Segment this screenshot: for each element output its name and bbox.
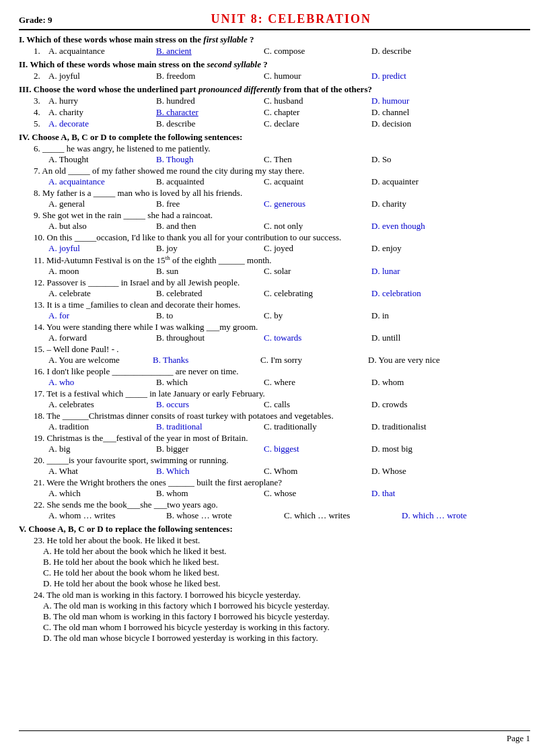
q21-text: 21. Were the Wright brothers the ones __… bbox=[34, 477, 530, 488]
q8-options: A. general B. free C. generous D. charit… bbox=[34, 199, 530, 209]
q11-A: A. moon bbox=[48, 266, 156, 277]
q1-options: 1. A. acquaintance B. ancient C. compose… bbox=[34, 46, 530, 57]
q24-C: C. The old man whom I borrowed his bicyc… bbox=[43, 622, 530, 633]
q11-B: B. sun bbox=[156, 266, 264, 277]
q23-text: 23. He told her about the book. He liked… bbox=[34, 535, 530, 546]
q8-A: A. general bbox=[48, 199, 156, 209]
q23-options: A. He told her about the book which he l… bbox=[43, 546, 530, 589]
q18-options: A. tradition B. traditional C. tradition… bbox=[34, 421, 530, 432]
q14-D: D. untill bbox=[371, 333, 479, 343]
q10-num: 10. bbox=[34, 232, 44, 242]
q16-num: 16. bbox=[34, 366, 44, 376]
page-number: Page 1 bbox=[19, 733, 530, 744]
q21-num: 21. bbox=[34, 477, 44, 487]
q8-C: C. generous bbox=[264, 199, 371, 209]
q10-C: C. joyed bbox=[264, 243, 371, 254]
q16-D: D. whom bbox=[371, 377, 479, 388]
q5-A: A. decorate bbox=[48, 118, 156, 129]
q3-C: C. husband bbox=[264, 96, 371, 106]
q11-D: D. lunar bbox=[371, 266, 479, 277]
q14-text: 14. You were standing there while I was … bbox=[34, 322, 530, 333]
q12-num: 12. bbox=[34, 277, 44, 287]
q14-options: A. forward B. throughout C. towards D. u… bbox=[34, 333, 530, 343]
q2-B: B. freedom bbox=[156, 71, 264, 81]
q4-options: 4. A. charity B. character C. chapter D.… bbox=[34, 107, 530, 118]
q9-text: 9. She got wet in the rain _____ she had… bbox=[34, 210, 530, 221]
q11-C: C. solar bbox=[264, 266, 371, 277]
q18-D: D. traditionalist bbox=[371, 421, 479, 432]
q19-num: 19. bbox=[34, 433, 44, 443]
q21-A: A. which bbox=[48, 488, 156, 499]
q4-C: C. chapter bbox=[264, 107, 371, 118]
q15-B: B. Thanks bbox=[153, 355, 260, 366]
q24-num: 24. bbox=[34, 590, 44, 600]
q5-B: B. describe bbox=[156, 118, 264, 129]
q20-C: C. Whom bbox=[264, 466, 371, 477]
grade-label: Grade: 9 bbox=[19, 15, 52, 26]
q15-C: C. I'm sorry bbox=[260, 355, 368, 366]
q9-A: A. but also bbox=[48, 221, 156, 232]
q20-text: 20. _____is your favourite sport, swimmi… bbox=[34, 455, 530, 466]
q17-options: A. celebrates B. occurs C. calls D. crow… bbox=[34, 399, 530, 410]
q4-A: A. charity bbox=[48, 107, 156, 118]
q7-D: D. acquainter bbox=[371, 176, 479, 187]
page-title: UNIT 8: CELEBRATION bbox=[52, 12, 530, 26]
q12-options: A. celebrate B. celebrated C. celebratin… bbox=[34, 288, 530, 299]
q2-C: C. humour bbox=[264, 71, 371, 81]
q24-text: 24. The old man is working in this facto… bbox=[34, 590, 530, 600]
q7-text: 7. An old _____ of my father showed me r… bbox=[34, 166, 530, 176]
q1-A: A. acquaintance bbox=[48, 46, 156, 57]
q7-A: A. acquaintance bbox=[48, 176, 156, 187]
q5-C: C. declare bbox=[264, 118, 371, 129]
q8-B: B. free bbox=[156, 199, 264, 209]
q7-options: A. acquaintance B. acquainted C. acquain… bbox=[34, 176, 530, 187]
section-V-heading: V. Choose A, B, C or D to replace the fo… bbox=[19, 524, 530, 535]
q20-num: 20. bbox=[34, 455, 44, 465]
q7-B: B. acquainted bbox=[156, 176, 264, 187]
page-header: Grade: 9 UNIT 8: CELEBRATION bbox=[19, 12, 530, 30]
q10-options: A. joyful B. joy C. joyed D. enjoy bbox=[34, 243, 530, 254]
q14-A: A. forward bbox=[48, 333, 156, 343]
q13-text: 13. It is a time _families to clean and … bbox=[34, 300, 530, 310]
q10-D: D. enjoy bbox=[371, 243, 479, 254]
q4-B: B. character bbox=[156, 107, 264, 118]
q24-D: D. The old man whose bicycle I borrowed … bbox=[43, 633, 530, 644]
q13-num: 13. bbox=[34, 300, 44, 310]
q10-A: A. joyful bbox=[48, 243, 156, 254]
q17-text: 17. Tet is a festival which _____ in lat… bbox=[34, 388, 530, 399]
q24-A: A. The old man is working in this factor… bbox=[43, 600, 530, 611]
q23-D: D. He told her about the book whose he l… bbox=[43, 578, 530, 589]
q23-B: B. He told her about the book which he l… bbox=[43, 557, 530, 568]
q8-num: 8. bbox=[34, 188, 40, 198]
q22-D: D. which … wrote bbox=[402, 510, 509, 521]
q2-A: A. joyful bbox=[48, 71, 156, 81]
q4-num: 4. bbox=[34, 107, 48, 118]
q14-C: C. towards bbox=[264, 333, 371, 343]
q11-options: A. moon B. sun C. solar D. lunar bbox=[34, 266, 530, 277]
q2-num: 2. bbox=[34, 71, 48, 81]
q1-C: C. compose bbox=[264, 46, 371, 57]
section-III-heading: III. Choose the word whose the underline… bbox=[19, 84, 530, 95]
q3-num: 3. bbox=[34, 96, 48, 106]
q17-D: D. crowds bbox=[371, 399, 479, 410]
q13-A: A. for bbox=[48, 310, 156, 321]
q21-C: C. whose bbox=[264, 488, 371, 499]
q21-options: A. which B. whom C. whose D. that bbox=[34, 488, 530, 499]
q6-num: 6. bbox=[34, 143, 40, 153]
q7-num: 7. bbox=[34, 166, 40, 176]
q19-D: D. most big bbox=[371, 444, 479, 454]
q11-num: 11. bbox=[34, 255, 44, 265]
q12-text: 12. Passover is _______ in Israel and by… bbox=[34, 277, 530, 288]
q15-A: A. You are welcome bbox=[48, 355, 153, 366]
q18-C: C. traditionally bbox=[264, 421, 371, 432]
q13-C: C. by bbox=[264, 310, 371, 321]
q5-D: D. decision bbox=[371, 118, 479, 129]
q2-options: 2. A. joyful B. freedom C. humour D. pre… bbox=[34, 71, 530, 81]
q6-C: C. Then bbox=[264, 154, 371, 165]
q16-C: C. where bbox=[264, 377, 371, 388]
q10-text: 10. On this _____occasion, I'd like to t… bbox=[34, 232, 530, 243]
q15-options: A. You are welcome B. Thanks C. I'm sorr… bbox=[34, 355, 530, 366]
q19-text: 19. Christmas is the___festival of the y… bbox=[34, 433, 530, 444]
q21-B: B. whom bbox=[156, 488, 264, 499]
q18-text: 18. The ______Christmas dinner consits o… bbox=[34, 411, 530, 421]
